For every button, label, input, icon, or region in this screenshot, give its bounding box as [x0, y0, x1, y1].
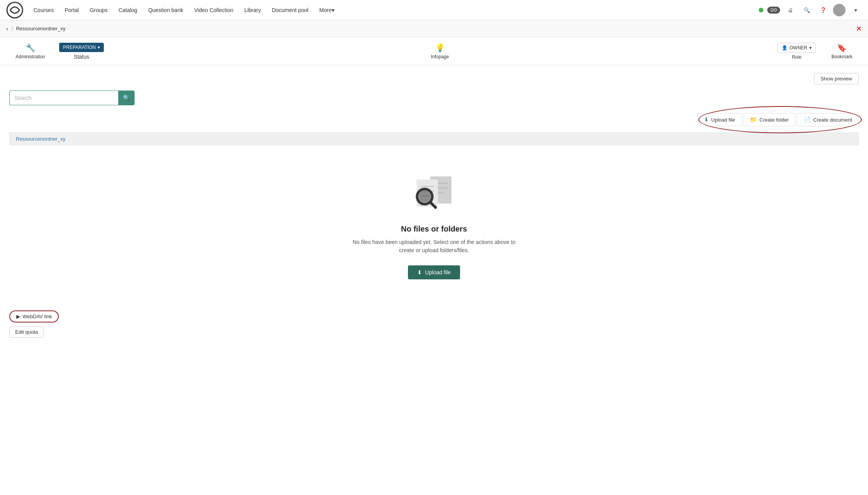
toolbar-center: 💡 Infopage	[110, 43, 770, 59]
breadcrumb-close-button[interactable]: ✕	[856, 24, 862, 33]
bookmark-icon: 🔖	[837, 43, 847, 52]
bottom-area: ▶ WebDAV link Edit quota	[0, 303, 868, 345]
role-button[interactable]: 👤 OWNER ▾	[777, 43, 816, 53]
breadcrumb-separator: /	[11, 26, 13, 32]
nav-item-library[interactable]: Library	[239, 0, 266, 20]
toolbar-right: 👤 OWNER ▾ Role 🔖 Bookmark	[770, 37, 860, 65]
bookmark-label: Bookmark	[831, 54, 852, 59]
toolbar-status: PREPARATION ▾ Status	[53, 37, 110, 65]
search-icon[interactable]: 🔍	[800, 4, 813, 16]
status-label: Status	[74, 54, 89, 60]
edit-quota-button[interactable]: Edit quota	[9, 326, 44, 338]
status-btn-label: PREPARATION	[63, 45, 96, 50]
show-preview-button[interactable]: Show preview	[814, 73, 859, 84]
nav-item-more[interactable]: More▾	[314, 0, 340, 20]
empty-state: No files or folders No files have been u…	[9, 145, 859, 295]
help-icon[interactable]: ❓	[817, 4, 829, 16]
search-row: 🔍	[9, 91, 859, 105]
nav-items: Courses Portal Groups Catalog Question b…	[28, 0, 759, 20]
infopage-label: Infopage	[431, 54, 449, 59]
upload-file-button[interactable]: ⬇ Upload file	[697, 113, 742, 126]
edit-quota-label: Edit quota	[15, 329, 38, 335]
toolbar-bookmark[interactable]: 🔖 Bookmark	[824, 37, 860, 65]
nav-item-catalog[interactable]: Catalog	[113, 0, 143, 20]
empty-description: No files have been uploaded yet. Select …	[348, 238, 520, 254]
search-button[interactable]: 🔍	[118, 91, 135, 105]
document-icon: 📄	[803, 116, 811, 123]
nav-item-groups[interactable]: Groups	[84, 0, 113, 20]
administration-label: Administration	[16, 54, 45, 59]
print-icon[interactable]: 🖨	[784, 4, 796, 16]
empty-upload-label: Upload file	[425, 269, 451, 275]
nav-right: 0/0 🖨 🔍 ❓ ▾	[759, 4, 862, 16]
top-navigation: Courses Portal Groups Catalog Question b…	[0, 0, 868, 20]
toolbar-infopage[interactable]: 💡 Infopage	[423, 43, 457, 59]
empty-title: No files or folders	[401, 225, 467, 234]
empty-icon	[411, 169, 457, 215]
toolbar-role: 👤 OWNER ▾ Role	[770, 37, 824, 65]
nav-item-portal[interactable]: Portal	[59, 0, 84, 20]
online-indicator	[759, 8, 763, 12]
action-buttons-row: ⬇ Upload file 📁 Create folder 📄 Create d…	[9, 113, 859, 126]
upload-arrow-icon: ⬇	[417, 269, 422, 275]
create-document-label: Create document	[813, 117, 852, 123]
lightbulb-icon: 💡	[435, 43, 445, 52]
user-avatar[interactable]	[833, 4, 845, 16]
user-menu-chevron[interactable]: ▾	[849, 4, 862, 16]
nav-item-courses[interactable]: Courses	[28, 0, 59, 20]
breadcrumb-back-button[interactable]: ‹	[6, 25, 8, 32]
breadcrumb-bar: ‹ / Ressourcenordner_xy ✕	[0, 20, 868, 37]
webdav-link-button[interactable]: ▶ WebDAV link	[9, 310, 59, 322]
create-document-button[interactable]: 📄 Create document	[797, 113, 859, 126]
webdav-label: WebDAV link	[23, 314, 52, 319]
svg-point-0	[7, 2, 23, 18]
show-preview-row: Show preview	[9, 73, 859, 84]
score-badge: 0/0	[767, 7, 780, 14]
upload-file-label: Upload file	[711, 117, 735, 123]
role-btn-label: OWNER	[789, 45, 807, 51]
breadcrumb-folder-name: Ressourcenordner_xy	[16, 26, 65, 31]
role-label: Role	[792, 54, 802, 60]
status-button[interactable]: PREPARATION ▾	[59, 43, 104, 52]
nav-item-video-collection[interactable]: Video Collection	[189, 0, 239, 20]
search-input[interactable]	[9, 91, 118, 105]
user-icon: 👤	[782, 45, 788, 51]
toolbar: 🔧 Administration PREPARATION ▾ Status 💡 …	[0, 37, 868, 65]
logo[interactable]	[6, 2, 23, 19]
folder-icon: 📁	[750, 116, 757, 123]
search-icon: 🔍	[123, 94, 130, 101]
empty-upload-file-button[interactable]: ⬇ Upload file	[408, 265, 460, 279]
play-icon: ▶	[16, 314, 20, 319]
toolbar-administration[interactable]: 🔧 Administration	[8, 37, 53, 65]
upload-icon: ⬇	[704, 116, 709, 123]
create-folder-button[interactable]: 📁 Create folder	[743, 113, 795, 126]
wrench-icon: 🔧	[26, 43, 35, 52]
status-chevron-icon: ▾	[98, 45, 100, 50]
role-chevron-icon: ▾	[809, 45, 812, 51]
folder-path-bar: Ressourcenordner_xy	[9, 132, 859, 145]
nav-item-document-pool[interactable]: Document pool	[266, 0, 314, 20]
content-area: Show preview 🔍 ⬇ Upload file 📁 Create fo…	[0, 65, 868, 303]
create-folder-label: Create folder	[760, 117, 789, 123]
nav-item-question-bank[interactable]: Question bank	[143, 0, 189, 20]
